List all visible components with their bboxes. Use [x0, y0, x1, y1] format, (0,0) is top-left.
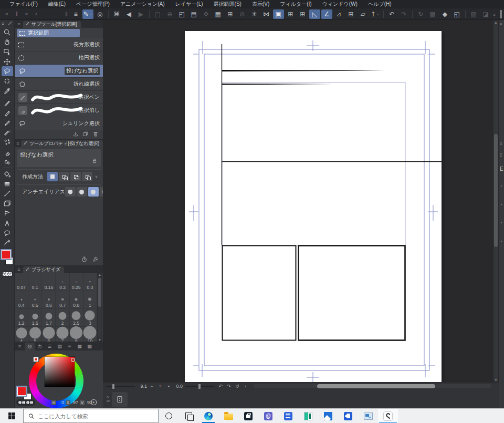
tool-palette-menu-icon[interactable]: ≡: [2, 21, 4, 26]
move-canvas-tool[interactable]: [2, 37, 13, 47]
mesh-icon[interactable]: ⊞: [225, 9, 236, 19]
auto-select-tool[interactable]: [2, 76, 13, 86]
new-file-icon[interactable]: ▢: [152, 9, 163, 19]
rotate-cw-button[interactable]: ↷: [225, 384, 233, 389]
tone-icon[interactable]: ▦: [213, 9, 224, 19]
scroll-up-icon[interactable]: ▲: [98, 273, 101, 276]
last-page-icon[interactable]: ˅˅: [105, 399, 110, 404]
move-layer-tool[interactable]: [2, 57, 13, 67]
selection-area-tool[interactable]: [2, 66, 13, 76]
start-button[interactable]: [0, 409, 23, 423]
mask-b-icon[interactable]: ◪: [480, 9, 491, 19]
brush-size-6[interactable]: 6: [42, 327, 56, 342]
color-panel-menu-icon[interactable]: ≡: [15, 343, 25, 350]
brush-size-0.8[interactable]: 0.8: [70, 291, 83, 309]
create-new-selection-button[interactable]: [47, 172, 58, 181]
color-panel-expand-icon[interactable]: [90, 398, 98, 408]
color-wheel-tab-icon[interactable]: ◎: [25, 343, 35, 350]
foreground-color-swatch[interactable]: [17, 387, 26, 396]
ruler-tool[interactable]: [2, 209, 13, 219]
dock-collapse-icon[interactable]: ‹: [35, 11, 37, 17]
dock-collapse-handles[interactable]: «‖«‹: [0, 11, 65, 17]
collapsed-right-dock[interactable]: ≡ ▯ ▯ E ◔ ◔ ◔ ◔: [499, 20, 504, 408]
microsoft-store-icon[interactable]: [238, 409, 258, 423]
brush-size-2[interactable]: 2: [56, 309, 69, 327]
todo-icon[interactable]: [278, 409, 298, 423]
color-set-tab-icon[interactable]: ≣: [45, 343, 55, 350]
nav-back-icon[interactable]: ◀: [123, 9, 134, 19]
material-icon[interactable]: ✳: [249, 9, 260, 19]
redo-icon[interactable]: ↷: [398, 9, 410, 19]
reset-rotation-button[interactable]: ↺: [234, 384, 241, 389]
subtool-panel-menu-icon[interactable]: ≡: [15, 20, 23, 28]
hue-marker[interactable]: [34, 357, 38, 362]
subtract-selection-button[interactable]: −: [70, 172, 81, 181]
transparent-color-button[interactable]: [16, 399, 35, 406]
brush-size-0.07[interactable]: 0.07: [15, 273, 28, 291]
zoom-slider[interactable]: [106, 386, 135, 387]
brushsize-panel-tab[interactable]: ブラシサイズ: [23, 266, 64, 273]
tool-palette-tab-icon[interactable]: [7, 20, 13, 27]
menu-item[interactable]: フィルター(I): [275, 0, 317, 8]
system-window-icon[interactable]: [358, 409, 378, 423]
toolbar-grip[interactable]: ‖: [65, 11, 68, 17]
import-subtool-icon[interactable]: [72, 130, 79, 139]
brush-size-3[interactable]: 3: [83, 309, 97, 327]
settings-wrench-icon[interactable]: ⌘: [111, 9, 122, 19]
chevron-down-icon[interactable]: ˅: [95, 174, 98, 179]
menu-item[interactable]: ウィンドウ(W): [317, 0, 363, 8]
eraser-tool[interactable]: [2, 147, 13, 157]
clip-studio-paint-icon[interactable]: [378, 409, 398, 423]
dock-collapse-icon[interactable]: ‖: [16, 11, 18, 17]
brush-size-0.7[interactable]: 0.7: [56, 291, 69, 309]
toolbar-menu-icon[interactable]: ≡: [70, 9, 81, 19]
figure-tool[interactable]: [2, 189, 13, 199]
export-icon[interactable]: ↥⌄: [370, 9, 381, 19]
blend-tool[interactable]: [2, 157, 13, 167]
foreground-color-swatch[interactable]: [2, 250, 10, 259]
brush-size-7[interactable]: 7: [56, 327, 69, 342]
brush-size-0.1[interactable]: 0.1: [28, 273, 42, 291]
subtool-item-row[interactable]: 楕円選択: [15, 51, 103, 65]
menu-item[interactable]: 表示(V): [247, 0, 275, 8]
reset-display-icon[interactable]: ▣: [273, 9, 284, 19]
canvas-page[interactable]: [185, 31, 442, 384]
file-explorer-icon[interactable]: [218, 409, 238, 423]
nav-forward-icon[interactable]: ▶: [135, 9, 146, 19]
dock-edge-handle[interactable]: [500, 10, 502, 18]
brush-size-1.5[interactable]: 1.5: [28, 309, 42, 327]
open-folder-icon[interactable]: ▱: [358, 9, 369, 19]
cortana-icon[interactable]: [159, 409, 178, 423]
rotation-slider[interactable]: [185, 386, 214, 387]
subtool-item-row[interactable]: 長方形選択: [15, 38, 103, 51]
subtool-group-tab[interactable]: 選択範囲: [17, 29, 80, 37]
eyedropper-tool[interactable]: [2, 86, 13, 96]
horizontal-scrollbar[interactable]: [254, 384, 491, 388]
menu-item[interactable]: アニメーション(A): [115, 0, 170, 8]
zoom-out-button[interactable]: −: [148, 384, 155, 389]
menu-item[interactable]: レイヤー(L): [170, 0, 208, 8]
brush-size-10[interactable]: 10: [83, 327, 97, 342]
filter-icon[interactable]: ▩: [427, 9, 438, 19]
text-tool[interactable]: [2, 218, 13, 228]
delete-subtool-icon[interactable]: [92, 130, 99, 139]
gradient-tool[interactable]: [2, 179, 13, 189]
approx-color-tab-icon[interactable]: ∞: [65, 343, 75, 350]
office-icon[interactable]: [298, 409, 318, 423]
menu-item[interactable]: ファイル(F): [4, 0, 43, 8]
brush-size-scrollbar[interactable]: ▲ ▼: [97, 273, 102, 342]
duplicate-subtool-icon[interactable]: [82, 130, 89, 139]
dock-collapse-icon[interactable]: «: [5, 11, 8, 17]
gem-icon[interactable]: ◆: [439, 9, 450, 19]
transform-icon[interactable]: ✥: [201, 9, 212, 19]
brush-size-8[interactable]: 8: [70, 327, 83, 342]
grid-a-icon[interactable]: ⊞: [285, 9, 296, 19]
detail-settings-wrench-icon[interactable]: [92, 255, 99, 265]
current-tool-icon[interactable]: ✎⌄: [82, 9, 93, 19]
saturation-value-square[interactable]: [45, 357, 75, 387]
color-mixing-tab-icon[interactable]: ▩: [85, 343, 94, 350]
transparent-color-swatch[interactable]: [2, 272, 13, 276]
subtool-item-row[interactable]: 選択ペン: [15, 91, 103, 104]
vertical-scrollbar[interactable]: ▲ ▼: [494, 20, 498, 382]
mail-icon[interactable]: @: [258, 409, 278, 423]
